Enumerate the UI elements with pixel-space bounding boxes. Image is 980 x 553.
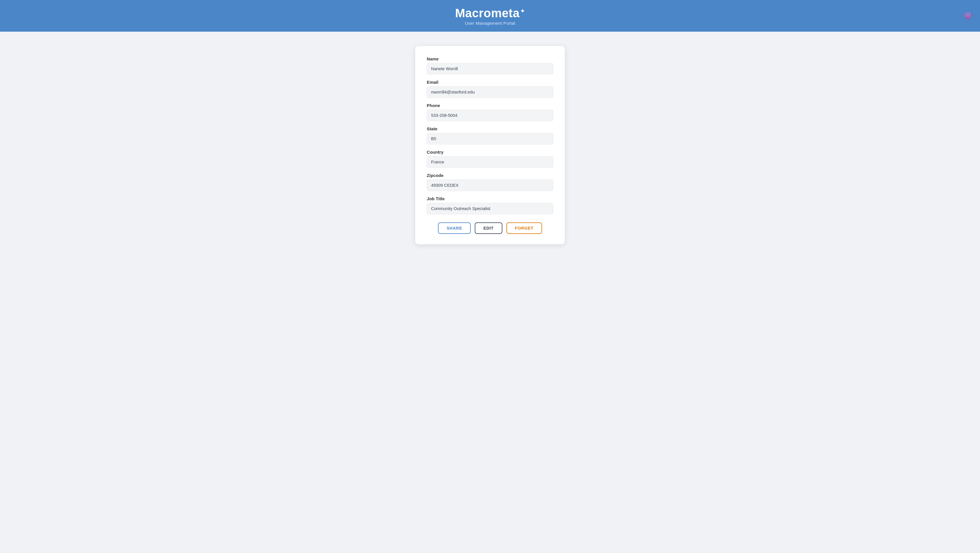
app-title-text: Macrometa xyxy=(455,6,520,20)
zipcode-label: Zipcode xyxy=(427,173,553,178)
country-value: France xyxy=(427,156,553,168)
app-title: Macrometa✦ xyxy=(455,6,525,20)
state-label: State xyxy=(427,126,553,131)
user-detail-card: Name Nanete Worrill Email nworrill4@stan… xyxy=(415,46,565,244)
app-subtitle: User Management Portal xyxy=(465,21,515,25)
zipcode-value: 49309 CEDEX xyxy=(427,180,553,191)
name-field-group: Name Nanete Worrill xyxy=(427,56,553,75)
name-value: Nanete Worrill xyxy=(427,63,553,75)
action-buttons: SHARE EDIT FORGET xyxy=(427,222,553,234)
forget-button[interactable]: FORGET xyxy=(506,222,542,234)
country-label: Country xyxy=(427,150,553,155)
star-icon: ✦ xyxy=(520,8,525,14)
job-title-label: Job Title xyxy=(427,196,553,201)
country-field-group: Country France xyxy=(427,150,553,168)
zipcode-field-group: Zipcode 49309 CEDEX xyxy=(427,173,553,191)
phone-value: 533-208-5004 xyxy=(427,110,553,121)
main-content: Name Nanete Worrill Email nworrill4@stan… xyxy=(0,32,980,259)
email-field-group: Email nworrill4@stanford.edu xyxy=(427,80,553,98)
phone-label: Phone xyxy=(427,103,553,108)
job-title-field-group: Job Title Community Outreach Specialist xyxy=(427,196,553,214)
email-label: Email xyxy=(427,80,553,84)
phone-field-group: Phone 533-208-5004 xyxy=(427,103,553,121)
state-field-group: State B5 xyxy=(427,126,553,145)
app-header: Macrometa✦ User Management Portal 👾 xyxy=(0,0,980,32)
edit-button[interactable]: EDIT xyxy=(475,222,503,234)
name-label: Name xyxy=(427,56,553,61)
share-button[interactable]: SHARE xyxy=(438,222,471,234)
job-title-value: Community Outreach Specialist xyxy=(427,203,553,214)
header-logo: Macrometa✦ User Management Portal xyxy=(455,6,525,25)
user-icon: 👾 xyxy=(963,11,973,21)
state-value: B5 xyxy=(427,133,553,145)
email-value: nworrill4@stanford.edu xyxy=(427,86,553,98)
